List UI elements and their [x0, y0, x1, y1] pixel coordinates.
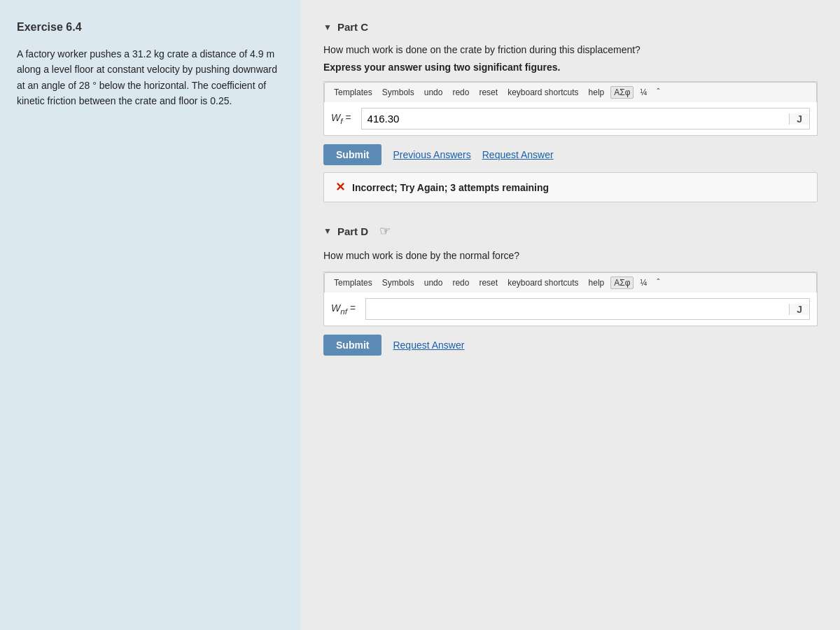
part-d-symbols-btn[interactable]: Symbols: [379, 276, 418, 289]
right-panel: ▼ Part C How much work is done on the cr…: [301, 0, 840, 630]
part-d-unit-label: J: [789, 304, 809, 315]
part-c-arrow-icon: ▼: [323, 22, 332, 32]
part-d-submit-row: Submit Request Answer: [323, 335, 818, 356]
part-c-incorrect-text: Incorrect; Try Again; 3 attempts remaini…: [352, 182, 549, 193]
part-c-reset-btn[interactable]: reset: [475, 86, 501, 99]
part-c-caret-icon: ˆ: [653, 86, 663, 99]
part-c-input-wrap: J: [361, 108, 810, 130]
part-c-templates-btn[interactable]: Templates: [330, 86, 376, 99]
part-d-help-btn[interactable]: help: [585, 276, 608, 289]
part-c-symbols-btn[interactable]: Symbols: [379, 86, 418, 99]
part-c-answer-body: Wf = J: [324, 102, 817, 135]
part-c-unit-label: J: [789, 113, 809, 125]
part-c-answer-input[interactable]: [362, 108, 790, 129]
part-c-answer-box: Templates Symbols undo redo reset keyboa…: [323, 81, 818, 136]
part-c-keyboard-btn[interactable]: keyboard shortcuts: [504, 86, 582, 99]
part-c-instruction: Express your answer using two significan…: [323, 62, 818, 73]
part-d-caret-icon: ˆ: [653, 276, 663, 289]
part-c-fraction-icon[interactable]: ¼: [636, 86, 650, 99]
part-c-submit-btn[interactable]: Submit: [323, 144, 382, 165]
part-d-section: ▼ Part D ☞ How much work is done by the …: [323, 223, 818, 356]
part-d-label: Part D: [337, 225, 368, 237]
part-d-answer-box: Templates Symbols undo redo reset keyboa…: [323, 272, 818, 326]
part-d-fraction-icon[interactable]: ¼: [636, 276, 650, 289]
part-d-toolbar: Templates Symbols undo redo reset keyboa…: [324, 272, 817, 293]
part-d-answer-input[interactable]: [366, 299, 789, 319]
part-c-submit-row: Submit Previous Answers Request Answer: [323, 144, 818, 165]
hand-pointer-icon: ☞: [379, 223, 391, 239]
incorrect-x-icon: ✕: [335, 180, 345, 195]
part-d-undo-btn[interactable]: undo: [421, 276, 447, 289]
part-d-answer-body: Wnf = J: [324, 293, 817, 326]
part-d-reset-btn[interactable]: reset: [475, 276, 501, 289]
part-d-request-answer-btn[interactable]: Request Answer: [393, 340, 464, 351]
part-c-toolbar: Templates Symbols undo redo reset keyboa…: [324, 82, 817, 102]
part-c-section: ▼ Part C How much work is done on the cr…: [323, 21, 818, 202]
exercise-title: Exercise 6.4: [17, 21, 284, 34]
part-c-incorrect-banner: ✕ Incorrect; Try Again; 3 attempts remai…: [323, 172, 818, 202]
part-d-header[interactable]: ▼ Part D ☞: [323, 223, 818, 239]
part-c-label: Part C: [337, 21, 368, 33]
part-d-keyboard-btn[interactable]: keyboard shortcuts: [504, 276, 582, 289]
part-c-greek-btn[interactable]: AΣφ: [610, 86, 634, 99]
part-d-greek-btn[interactable]: AΣφ: [610, 276, 634, 289]
part-c-header[interactable]: ▼ Part C: [323, 21, 818, 33]
left-panel: Exercise 6.4 A factory worker pushes a 3…: [0, 0, 301, 630]
part-c-answer-label: Wf =: [331, 112, 351, 125]
part-d-redo-btn[interactable]: redo: [449, 276, 472, 289]
part-d-question: How much work is done by the normal forc…: [323, 248, 818, 263]
part-c-question: How much work is done on the crate by fr…: [323, 43, 818, 57]
part-c-prev-answers-btn[interactable]: Previous Answers: [393, 149, 470, 160]
part-d-arrow-icon: ▼: [323, 226, 332, 236]
part-d-submit-btn[interactable]: Submit: [323, 335, 382, 356]
part-c-redo-btn[interactable]: redo: [449, 86, 472, 99]
part-c-help-btn[interactable]: help: [585, 86, 608, 99]
problem-text: A factory worker pushes a 31.2 kg crate …: [17, 46, 284, 109]
part-c-undo-btn[interactable]: undo: [421, 86, 447, 99]
part-d-answer-label: Wnf =: [331, 302, 356, 316]
part-d-input-wrap: J: [365, 298, 810, 320]
part-c-request-answer-btn[interactable]: Request Answer: [482, 149, 554, 160]
part-d-templates-btn[interactable]: Templates: [330, 276, 376, 289]
